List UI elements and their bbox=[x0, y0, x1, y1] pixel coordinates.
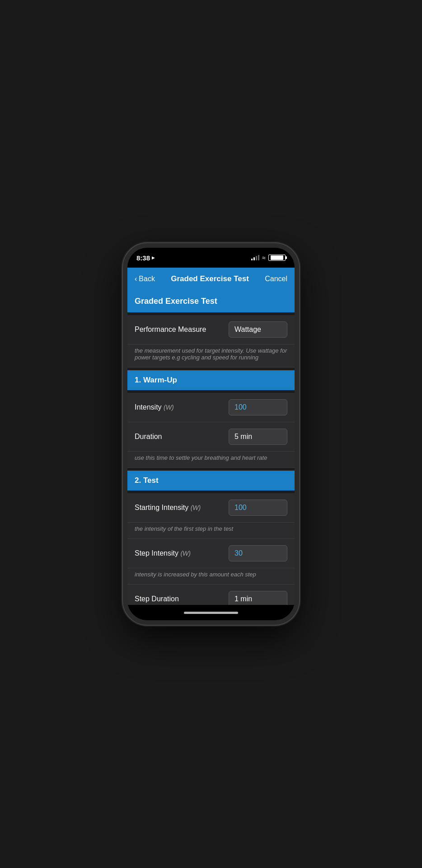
step-intensity-label: Step Intensity (W) bbox=[135, 549, 191, 557]
back-label: Back bbox=[139, 275, 155, 283]
signal-icon bbox=[251, 255, 259, 260]
home-bar bbox=[184, 612, 238, 614]
performance-measure-hint: the measurement used for target intensit… bbox=[127, 344, 295, 368]
time-display: 8:38 bbox=[136, 254, 150, 262]
warmup-duration-hint: use this time to settle your breathing a… bbox=[127, 452, 295, 468]
step-intensity-row: Step Intensity (W) 30 bbox=[127, 539, 295, 568]
starting-intensity-hint: the intensity of the first step in the t… bbox=[127, 523, 295, 539]
test-header: 2. Test bbox=[127, 471, 295, 491]
warmup-intensity-label: Intensity (W) bbox=[135, 403, 174, 411]
starting-intensity-input[interactable]: 100 bbox=[229, 500, 287, 516]
cancel-button[interactable]: Cancel bbox=[265, 275, 287, 283]
warmup-intensity-input[interactable]: 100 bbox=[229, 399, 287, 415]
notch bbox=[182, 248, 240, 261]
step-intensity-input[interactable]: 30 bbox=[229, 545, 287, 561]
back-button[interactable]: ‹ Back bbox=[135, 275, 155, 283]
home-indicator bbox=[127, 605, 295, 620]
step-intensity-unit: (W) bbox=[180, 550, 191, 557]
nav-title: Graded Exercise Test bbox=[171, 274, 249, 283]
battery-icon bbox=[268, 255, 286, 261]
status-time: 8:38 ▸ bbox=[136, 254, 155, 262]
phone-frame: 8:38 ▸ ≈ ‹ Back Graded Exercise Test Can… bbox=[123, 243, 299, 625]
content-scroll[interactable]: Graded Exercise Test Performance Measure… bbox=[127, 290, 295, 605]
starting-intensity-label: Starting Intensity (W) bbox=[135, 504, 201, 512]
starting-intensity-row: Starting Intensity (W) 100 bbox=[127, 493, 295, 523]
back-chevron-icon: ‹ bbox=[135, 275, 137, 283]
nav-bar: ‹ Back Graded Exercise Test Cancel bbox=[127, 268, 295, 290]
location-icon: ▸ bbox=[152, 255, 155, 261]
status-icons: ≈ bbox=[251, 254, 286, 261]
warmup-duration-label: Duration bbox=[135, 433, 162, 441]
warmup-intensity-unit: (W) bbox=[164, 404, 174, 411]
warmup-intensity-row: Intensity (W) 100 bbox=[127, 393, 295, 422]
warmup-header: 1. Warm-Up bbox=[127, 370, 295, 390]
performance-measure-label: Performance Measure bbox=[135, 326, 206, 334]
step-duration-row: Step Duration 1 min bbox=[127, 585, 295, 605]
page-title: Graded Exercise Test bbox=[135, 297, 287, 306]
step-duration-input[interactable]: 1 min bbox=[229, 591, 287, 605]
warmup-duration-row: Duration 5 min bbox=[127, 422, 295, 452]
starting-intensity-unit: (W) bbox=[191, 504, 201, 511]
performance-measure-row: Performance Measure Wattage bbox=[127, 315, 295, 344]
wifi-icon: ≈ bbox=[262, 254, 266, 261]
step-duration-label: Step Duration bbox=[135, 595, 179, 603]
performance-measure-input[interactable]: Wattage bbox=[229, 321, 287, 338]
warmup-duration-input[interactable]: 5 min bbox=[229, 429, 287, 445]
page-title-section: Graded Exercise Test bbox=[127, 290, 295, 312]
step-intensity-hint: intensity is increased by this amount ea… bbox=[127, 568, 295, 585]
